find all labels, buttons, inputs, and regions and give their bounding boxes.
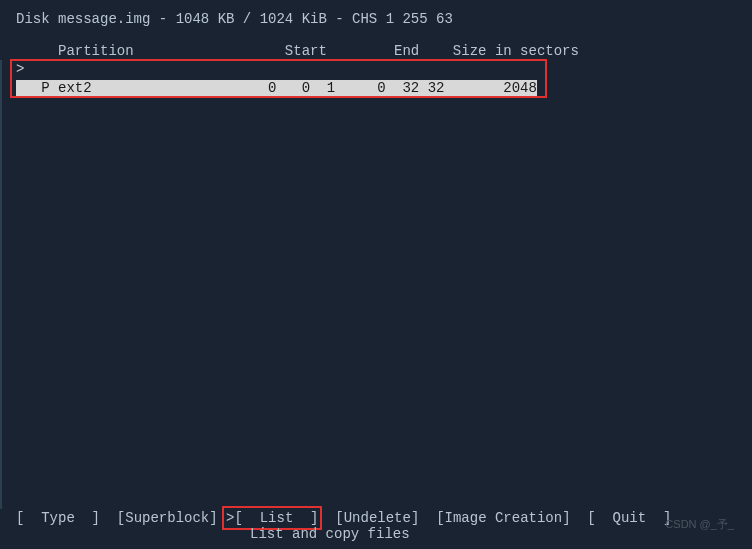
menu-superblock[interactable]: [Superblock] xyxy=(117,510,218,526)
partition-row-selected[interactable]: P ext2 0 0 1 0 32 32 2048 xyxy=(16,80,537,96)
left-border xyxy=(0,60,2,509)
partition-row-container: > P ext2 0 0 1 0 32 32 2048 xyxy=(16,60,541,96)
disk-info-line: Disk message.img - 1048 KB / 1024 KiB - … xyxy=(16,10,736,28)
menu-list[interactable]: [ List ] xyxy=(234,510,318,526)
menu-type[interactable]: [ Type ] xyxy=(16,510,100,526)
menu-quit[interactable]: [ Quit ] xyxy=(587,510,671,526)
selection-pointer: > xyxy=(16,61,24,77)
partition-headers: Partition Start End Size in sectors xyxy=(16,42,736,60)
menu-image-creation[interactable]: [Image Creation] xyxy=(436,510,570,526)
menu-description: List and copy files xyxy=(250,525,410,543)
menu-undelete[interactable]: [Undelete] xyxy=(335,510,419,526)
watermark: CSDN @_予_ xyxy=(665,517,734,531)
